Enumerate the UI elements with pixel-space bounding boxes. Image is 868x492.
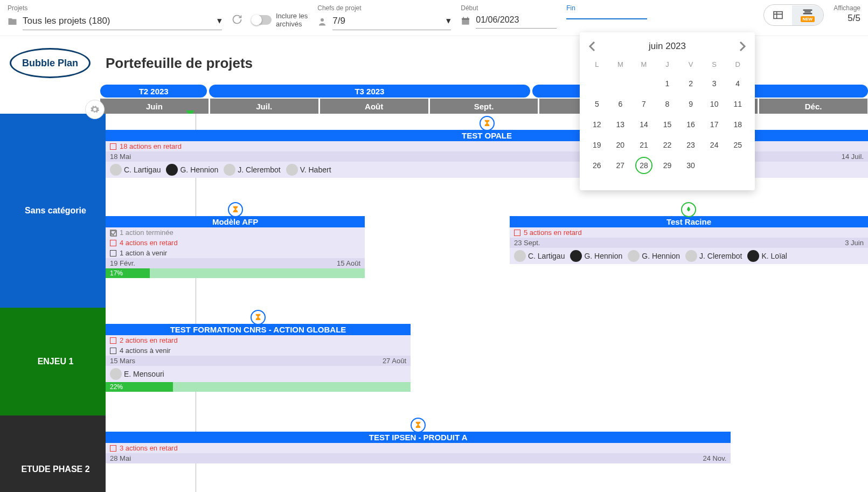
projects-filter: Projets Tous les projets (180) ▾ [8,4,222,30]
person-name: G. Hennion [642,252,680,260]
display-count: Affichage 5/5 [834,4,860,24]
dp-day[interactable]: 1 [656,75,679,92]
hourglass-icon [480,116,495,131]
category-label[interactable]: ETUDE PHASE 2 [5,415,106,492]
chevron-down-icon: ▾ [446,15,451,26]
dp-day[interactable]: 9 [679,95,703,113]
dp-day[interactable]: 15 [656,116,679,133]
avatar [628,250,640,262]
person-name: G. Hennion [180,165,218,174]
end-date-label: Fin [566,4,647,12]
projects-select[interactable]: Tous les projets (180) ▾ [23,13,222,30]
dp-day[interactable]: 30 [679,157,703,174]
project-status-line: 5 actions en retard [510,227,868,238]
pm-select[interactable]: 7/9 ▾ [332,13,451,30]
dp-day[interactable]: 6 [609,95,633,113]
dp-dow: L [585,57,609,72]
dp-day[interactable]: 8 [656,95,679,113]
dp-dow: V [679,57,703,72]
month-header: Sept. [430,99,539,114]
include-archived-label: Inclure les archivés [276,12,308,28]
quarter-header: T2 2023 [100,85,207,98]
refresh-button[interactable] [232,4,242,25]
user-icon [317,17,327,26]
project-bar[interactable]: TEST IPSEN - PRODUIT A3 actions en retar… [106,432,731,463]
view-toggle: NEW [763,4,824,26]
dp-prev-button[interactable] [588,41,596,52]
pm-select-value: 7/9 [332,16,345,26]
dp-day[interactable]: 22 [656,136,679,154]
project-title: Modèle AFP [106,216,365,227]
dp-day[interactable]: 19 [585,136,609,154]
project-bar[interactable]: Test Racine5 actions en retard23 Sept.3 … [510,216,868,264]
hourglass-icon [228,202,243,217]
dp-day[interactable]: 12 [585,116,609,133]
new-badge: NEW [801,16,815,22]
dp-day[interactable]: 20 [609,136,633,154]
hourglass-icon [251,310,266,325]
project-bar[interactable]: TEST FORMATION CNRS - ACTION GLOBALE2 ac… [106,324,411,392]
person-name: E. Mensouri [124,370,164,378]
dp-day[interactable]: 23 [679,136,703,154]
page-title: Portefeuille de projets [106,55,253,72]
display-label: Affichage [834,4,860,12]
dp-day[interactable]: 17 [703,116,726,133]
project-status-line: 1 action à venir [106,248,365,258]
category-label[interactable]: ENJEU 1 [5,308,106,415]
quarter-header: T3 2023 [209,85,530,98]
project-dates: 15 Mars27 Août [106,356,411,366]
project-status-line: 2 actions en retard [106,335,411,345]
start-date-input[interactable]: 01/06/2023 [476,13,557,29]
pm-filter: Chefs de projet 7/9 ▾ [317,4,451,30]
dp-dow: M [632,57,656,72]
avatar [514,250,526,262]
dp-day[interactable]: 18 [726,116,749,133]
dp-day[interactable]: 2 [679,75,703,92]
person-name: J. Clerembot [238,165,280,174]
settings-button[interactable] [85,100,105,119]
dp-day[interactable]: 5 [585,95,609,113]
dp-day[interactable]: 29 [656,157,679,174]
project-dates: 19 Févr.15 Août [106,258,365,268]
dp-day[interactable]: 26 [585,157,609,174]
dp-title: juin 2023 [649,41,686,52]
avatar [747,250,759,262]
dp-day[interactable]: 13 [609,116,633,133]
person-name: V. Habert [300,165,331,174]
dp-day[interactable]: 28 [635,157,652,174]
svg-rect-2 [462,18,470,19]
timeline-view-button[interactable]: NEW [792,5,824,25]
include-archived-toggle[interactable]: Inclure les archivés [252,4,308,28]
rocket-icon [681,202,696,217]
person-name: C. Lartigau [124,165,161,174]
dp-day[interactable]: 4 [726,75,749,92]
dp-day[interactable]: 11 [726,95,749,113]
project-title: TEST IPSEN - PRODUIT A [106,432,731,443]
start-date-label: Début [461,4,557,12]
svg-point-0 [321,18,324,22]
dp-day[interactable]: 14 [632,116,656,133]
dp-day[interactable]: 7 [632,95,656,113]
dp-day[interactable]: 3 [703,75,726,92]
dp-day[interactable]: 25 [726,136,749,154]
dp-day[interactable]: 27 [609,157,633,174]
dp-day[interactable]: 21 [632,136,656,154]
project-title: Test Racine [510,216,868,227]
display-value: 5/5 [834,13,860,24]
dp-next-button[interactable] [739,41,746,52]
grid-view-button[interactable] [764,8,792,23]
avatar [685,250,697,262]
logo: Bubble Plan [10,47,96,79]
dp-day[interactable]: 16 [679,116,703,133]
end-date-filter: Fin [566,4,647,19]
month-header: Août [320,99,429,114]
dp-day[interactable]: 10 [703,95,726,113]
chevron-down-icon: ▾ [217,15,222,26]
person-name: G. Hennion [584,252,622,260]
dp-day[interactable]: 24 [703,136,726,154]
project-bar[interactable]: Modèle AFP1 action terminée4 actions en … [106,216,365,278]
project-title: TEST FORMATION CNRS - ACTION GLOBALE [106,324,411,335]
end-date-input[interactable] [566,13,647,19]
folder-icon [8,17,17,26]
category-label[interactable]: Sans catégorie [5,114,106,308]
